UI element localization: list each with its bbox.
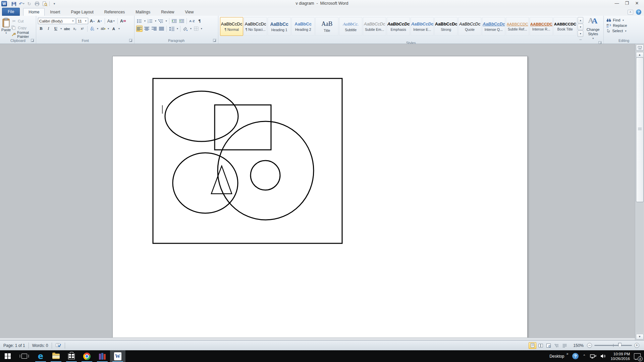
full-screen-reading-view-button[interactable] [537,342,544,349]
paste-dropdown-icon[interactable]: ▼ [5,32,7,34]
zoom-out-icon[interactable]: − [587,343,592,348]
style-item--no-spaci-[interactable]: AaBbCcDc ¶ No Spaci... [244,17,267,36]
taskbar-edge-button[interactable]: e [33,350,48,362]
paste-button[interactable]: Paste ▼ [1,16,11,38]
grow-font-button[interactable]: A▲ [89,18,96,24]
font-size-select[interactable]: 11▼ [76,18,88,24]
web-layout-view-button[interactable] [545,342,552,349]
scrollbar-thumb[interactable] [636,57,644,202]
network-icon[interactable] [590,354,596,359]
action-center-icon[interactable]: 2 [634,353,641,359]
change-styles-button[interactable]: AA Change Styles ▼ [583,16,603,41]
tray-help-icon[interactable]: ? [572,353,579,359]
scroll-down-icon[interactable]: ▼ [636,334,644,340]
clock[interactable]: 10:09 PM10/26/2016 [610,352,630,361]
tab-insert[interactable]: Insert [45,8,65,16]
scrollbar-track[interactable] [636,57,644,333]
style-item-heading-2[interactable]: AaBbCc Heading 2 [291,17,315,36]
increase-indent-button[interactable] [178,18,185,24]
draft-view-button[interactable] [561,342,569,349]
tab-file[interactable]: File [2,8,20,16]
scroll-up-icon[interactable]: ▲ [636,52,644,58]
taskbar-word-button[interactable]: W [110,350,125,362]
italic-button[interactable]: I [45,25,52,32]
style-item--normal[interactable]: AaBbCcDc ¶ Normal [220,17,243,36]
minimize-ribbon-icon[interactable]: ˄ [628,10,633,15]
style-item-book-title[interactable]: AABBCCDC Book Title [553,17,577,36]
style-item-intense-e-[interactable]: AaBbCcDc Intense E... [411,17,434,36]
style-item-subtitle[interactable]: AaBbCc. Subtitle [339,17,362,36]
style-item-heading-1[interactable]: AaBbCc Heading 1 [268,17,291,36]
tab-home[interactable]: Home [23,8,45,16]
style-item-subtle-em-[interactable]: AaBbCcDc Subtle Em... [363,17,386,36]
shrink-font-button[interactable]: A▼ [97,18,103,24]
font-color-button[interactable]: A [110,25,117,32]
font-dialog-launcher-icon[interactable] [129,39,132,42]
show-hide-pilcrow-button[interactable]: ¶ [196,18,203,24]
text-effects-dropdown-icon[interactable]: ▼ [97,27,99,30]
document-area[interactable]: ▲ ▼ [0,44,644,340]
replace-button[interactable]: abac Replace [606,23,627,27]
clear-formatting-button[interactable]: A [119,18,126,24]
close-button[interactable]: ✕ [632,0,642,7]
print-layout-view-button[interactable] [529,342,536,349]
word-count-status[interactable]: Words: 0 [29,341,52,350]
zoom-in-icon[interactable]: + [634,343,639,348]
subscript-button[interactable]: x₂ [72,25,78,32]
decrease-indent-button[interactable] [171,18,177,24]
copy-button[interactable]: Copy [11,25,35,31]
style-item-subtle-ref-[interactable]: AABBCCDC Subtle Ref... [506,17,529,36]
cut-button[interactable]: ✂Cut [11,18,35,24]
spellcheck-status[interactable] [52,341,65,350]
tab-page-layout[interactable]: Page Layout [65,8,99,16]
horizontal-scrollbar[interactable] [0,338,635,340]
zoom-slider-thumb[interactable] [618,343,622,348]
toolbar-overflow-icon[interactable]: » [567,352,569,356]
select-button[interactable]: Select▼ [606,29,627,33]
change-case-button[interactable]: Aa▼ [107,18,116,24]
style-item-intense-r-[interactable]: AABBCCDC Intense R... [530,17,553,36]
taskbar-winrar-button[interactable] [95,350,110,362]
gallery-scroll-up-icon[interactable]: ▲ [578,17,583,23]
paragraph-dialog-launcher-icon[interactable] [213,39,216,42]
line-spacing-button[interactable] [168,25,175,32]
bold-button[interactable]: B [38,25,44,32]
style-item-title[interactable]: AaB Title [315,17,338,36]
desktop-toolbar[interactable]: Desktop» [549,354,568,359]
tab-view[interactable]: View [180,8,199,16]
volume-icon[interactable] [600,354,606,359]
start-button[interactable] [0,350,15,362]
strikethrough-button[interactable]: abc [63,25,71,32]
format-painter-button[interactable]: Format Painter [11,32,35,37]
clipboard-dialog-launcher-icon[interactable] [31,39,34,42]
superscript-button[interactable]: x² [79,25,86,32]
justify-button[interactable] [158,25,165,32]
vertical-scrollbar[interactable]: ▲ ▼ [635,44,644,340]
zoom-level-label[interactable]: 150% [573,343,584,348]
align-left-button[interactable] [136,25,143,32]
underline-dropdown-icon[interactable]: ▼ [60,27,62,30]
restore-button[interactable]: ❐ [622,0,632,7]
numbering-button[interactable]: 123 [147,18,153,24]
task-view-button[interactable] [15,350,33,362]
style-item-intense-q-[interactable]: AaBbCcDc Intense Q... [482,17,505,36]
style-item-strong[interactable]: AaBbCcDc Strong [434,17,458,36]
document-page[interactable] [112,56,528,340]
highlight-button[interactable]: ab [100,25,106,32]
shading-button[interactable] [182,25,189,32]
sort-button[interactable]: A↓Z [189,18,195,24]
style-item-emphasis[interactable]: AaBbCcDc Emphasis [387,17,410,36]
taskbar-store-button[interactable] [64,350,79,362]
zoom-slider[interactable] [594,345,632,346]
font-color-dropdown-icon[interactable]: ▼ [118,27,120,30]
taskbar-file-explorer-button[interactable] [48,350,64,362]
help-icon[interactable]: ? [636,9,641,15]
gallery-scroll-down-icon[interactable]: ▼ [578,24,583,30]
text-effects-button[interactable]: A [89,25,96,32]
borders-button[interactable] [193,25,199,32]
font-name-select[interactable]: Calibri (Body)▼ [38,18,75,24]
outline-view-button[interactable] [553,342,560,349]
minimize-button[interactable]: — [612,0,622,7]
gallery-more-icon[interactable]: ▼— [578,31,583,37]
underline-button[interactable]: U [53,25,59,32]
